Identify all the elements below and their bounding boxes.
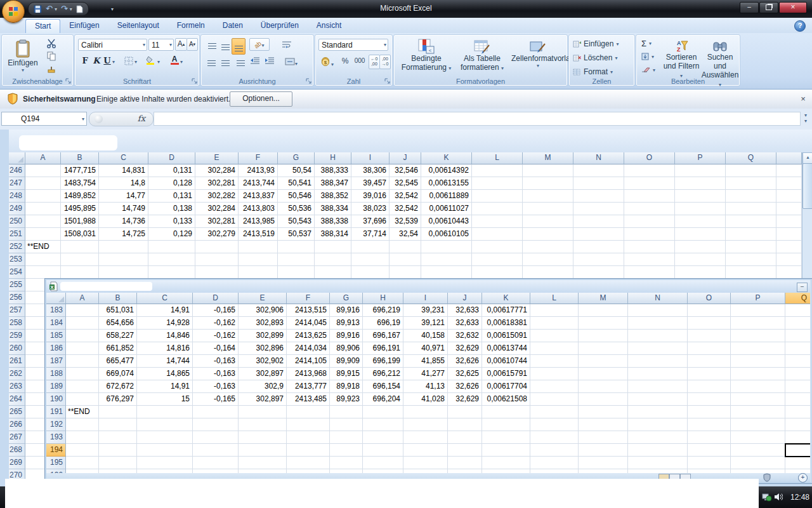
cell-M192[interactable] — [579, 418, 628, 431]
cell-L248[interactable] — [472, 190, 523, 203]
paste-button[interactable]: Einfügen ▾ — [6, 37, 40, 76]
cell-E194[interactable] — [239, 444, 287, 457]
formula-input[interactable] — [154, 112, 801, 126]
cell-F251[interactable]: 2413,519 — [239, 228, 278, 241]
cell-B186[interactable]: 661,852 — [99, 342, 137, 355]
cell-N249[interactable] — [573, 203, 624, 215]
cell-M189[interactable] — [579, 380, 628, 393]
font-dialog-launcher-icon[interactable] — [192, 78, 198, 84]
insert-cells-button[interactable]: + Einfügen▾ — [573, 39, 619, 48]
cell-B254[interactable] — [61, 266, 99, 279]
cell-L251[interactable] — [472, 228, 523, 241]
cell-O254[interactable] — [624, 266, 675, 279]
cell-C184[interactable]: 14,928 — [137, 317, 193, 330]
row-header-247[interactable]: 247 — [9, 177, 25, 190]
cell-I193[interactable] — [403, 431, 448, 444]
cell-F188[interactable]: 2413,968 — [287, 368, 330, 380]
insert-function-area[interactable]: fx — [89, 112, 154, 126]
cell-N189[interactable] — [628, 380, 688, 393]
cell-K254[interactable] — [421, 266, 472, 279]
cell-J186[interactable]: 32,629 — [448, 342, 482, 355]
row-header-264[interactable]: 264 — [9, 393, 25, 406]
cell-D188[interactable]: -0,163 — [193, 368, 239, 380]
security-bar-close-icon[interactable]: × — [798, 94, 808, 104]
row-header-257[interactable]: 257 — [9, 304, 25, 317]
cell-N252[interactable] — [573, 241, 624, 253]
cell-A183[interactable] — [66, 304, 99, 317]
cell-E183[interactable]: 302,906 — [239, 304, 287, 317]
column-header-Q[interactable]: Q — [785, 293, 810, 304]
cell-extra251[interactable] — [776, 228, 802, 241]
column-header-B[interactable]: B — [61, 152, 99, 164]
cell-O247[interactable] — [624, 177, 675, 190]
cell-L185[interactable] — [530, 330, 579, 342]
cell-G249[interactable]: 50,536 — [278, 203, 315, 215]
cell-P185[interactable] — [731, 330, 785, 342]
cut-button[interactable] — [44, 37, 59, 50]
cell-E254[interactable] — [195, 266, 239, 279]
decrease-decimal-button[interactable]: ,00→0 — [379, 55, 391, 69]
cell-extra250[interactable] — [776, 215, 802, 228]
row-header-190[interactable]: 190 — [46, 393, 66, 406]
new-document-icon[interactable] — [76, 5, 83, 13]
cell-D246[interactable]: 0,131 — [148, 164, 195, 177]
undo-dropdown-icon[interactable]: ▾ — [55, 6, 57, 12]
cell-H188[interactable]: 696,212 — [363, 368, 403, 380]
cell-Q251[interactable] — [726, 228, 776, 241]
cell-E249[interactable]: 302,284 — [195, 203, 239, 215]
cell-Q191[interactable] — [785, 406, 810, 418]
cell-C251[interactable]: 14,725 — [99, 228, 148, 241]
cell-I190[interactable]: 41,028 — [403, 393, 448, 406]
cell-L183[interactable] — [530, 304, 579, 317]
cell-E185[interactable]: 302,899 — [239, 330, 287, 342]
cell-N186[interactable] — [628, 342, 688, 355]
cell-O251[interactable] — [624, 228, 675, 241]
cell-M183[interactable] — [579, 304, 628, 317]
cell-D187[interactable]: -0,163 — [193, 355, 239, 368]
cell-B189[interactable]: 672,672 — [99, 380, 137, 393]
cell-I254[interactable] — [351, 266, 390, 279]
cell-F190[interactable]: 2413,485 — [287, 393, 330, 406]
cell-H252[interactable] — [315, 241, 351, 253]
row-header-258[interactable]: 258 — [9, 317, 25, 330]
cell-J249[interactable]: 32,542 — [390, 203, 421, 215]
cell-B187[interactable]: 665,477 — [99, 355, 137, 368]
cell-O252[interactable] — [624, 241, 675, 253]
cell-N251[interactable] — [573, 228, 624, 241]
column-header-E[interactable]: E — [239, 293, 287, 304]
cell-M187[interactable] — [579, 355, 628, 368]
cell-D194[interactable] — [193, 444, 239, 457]
row-header-253[interactable]: 253 — [9, 253, 25, 266]
cell-F187[interactable]: 2414,105 — [287, 355, 330, 368]
percent-style-button[interactable]: % — [338, 55, 352, 68]
cell-E253[interactable] — [195, 253, 239, 266]
cell-F183[interactable]: 2413,515 — [287, 304, 330, 317]
cell-E189[interactable]: 302,9 — [239, 380, 287, 393]
column-header-M[interactable]: M — [579, 293, 628, 304]
cell-Q185[interactable] — [785, 330, 810, 342]
cell-H194[interactable] — [363, 444, 403, 457]
cell-P189[interactable] — [731, 380, 785, 393]
row-header-259[interactable]: 259 — [9, 330, 25, 342]
cell-N188[interactable] — [628, 368, 688, 380]
font-color-dropdown-icon[interactable]: ▾ — [180, 59, 183, 65]
cell-P252[interactable] — [675, 241, 726, 253]
cell-G195[interactable] — [330, 457, 363, 469]
cell-J185[interactable]: 32,632 — [448, 330, 482, 342]
cell-A190[interactable] — [66, 393, 99, 406]
cell-F191[interactable] — [287, 406, 330, 418]
cell-I246[interactable]: 38,306 — [351, 164, 390, 177]
cell-F246[interactable]: 2413,93 — [239, 164, 278, 177]
row-header-262[interactable]: 262 — [9, 368, 25, 380]
cell-H186[interactable]: 696,191 — [363, 342, 403, 355]
cell-C191[interactable] — [137, 406, 193, 418]
cell-I248[interactable]: 39,016 — [351, 190, 390, 203]
cell-N247[interactable] — [573, 177, 624, 190]
cell-E192[interactable] — [239, 418, 287, 431]
number-format-select[interactable]: Standard ▾ — [318, 39, 388, 51]
cell-H193[interactable] — [363, 431, 403, 444]
cell-L194[interactable] — [530, 444, 579, 457]
cell-G191[interactable] — [330, 406, 363, 418]
column-header-P[interactable]: P — [675, 152, 726, 164]
cell-I191[interactable] — [403, 406, 448, 418]
